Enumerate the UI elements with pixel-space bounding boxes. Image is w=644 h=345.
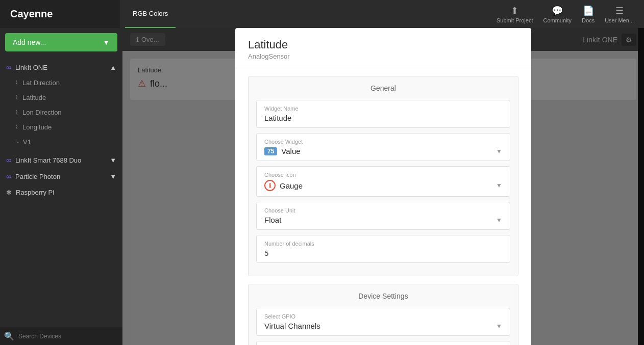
sidebar-device-linkit-smart[interactable]: ∞ LinkIt Smart 7688 Duo ▼ (0, 152, 122, 168)
community-icon: 💬 (552, 5, 563, 16)
add-new-button[interactable]: Add new... ▼ (5, 33, 117, 51)
sidebar-item-lon-direction[interactable]: ⌇ Lon Direction (0, 105, 122, 120)
chevron-down-icon: ▼ (103, 38, 110, 46)
choose-icon-value: Gauge (280, 181, 303, 190)
choose-widget-value: Value (281, 147, 300, 155)
choose-widget-field[interactable]: Choose Widget 75 Value ▼ (256, 133, 510, 161)
select-channel-field[interactable]: Select Channel Select Channel ▼ (256, 341, 510, 345)
chevron-down-icon-widget: ▼ (496, 148, 502, 155)
wave-icon-2: ⌇ (15, 94, 18, 101)
brand-logo: Cayenne (0, 0, 120, 28)
chevron-up-icon: ▲ (110, 64, 116, 71)
general-section-title: General (256, 84, 510, 92)
chain-icon: ∞ (6, 63, 11, 71)
gauge-icon: ℹ (264, 180, 276, 191)
choose-icon-field[interactable]: Choose Icon ℹ Gauge ▼ (256, 166, 510, 197)
device-settings-section: Device Settings Select GPIO Virtual Chan… (248, 284, 518, 345)
sidebar-item-v1[interactable]: ~ V1 (0, 135, 122, 149)
sidebar-search: 🔍 (0, 327, 122, 345)
submit-project-button[interactable]: ⬆ Submit Project (497, 5, 533, 23)
user-menu-button[interactable]: ☰ User Men... (605, 5, 634, 23)
sidebar-section-linkit-one: ∞ LinkIt ONE ▲ ⌇ Lat Direction ⌇ Latitud… (0, 57, 122, 152)
wave-icon-3: ⌇ (15, 109, 18, 116)
chevron-down-icon-icon: ▼ (496, 182, 502, 189)
widget-name-input[interactable] (264, 114, 502, 122)
modal-dialog: Latitude AnalogSensor General Widget Nam… (235, 28, 531, 345)
modal-overlay: Latitude AnalogSensor General Widget Nam… (122, 28, 644, 345)
chevron-down-icon-2: ▼ (110, 156, 116, 164)
choose-icon-label: Choose Icon (264, 172, 502, 178)
wave-icon-4: ⌇ (15, 124, 18, 131)
select-gpio-label: Select GPIO (264, 313, 502, 320)
search-icon: 🔍 (4, 331, 14, 341)
brand-name: Cayenne (10, 8, 53, 20)
sidebar: Add new... ▼ ∞ LinkIt ONE ▲ ⌇ Lat Direct… (0, 28, 122, 345)
signal-icon: ~ (15, 139, 19, 146)
select-gpio-value: Virtual Channels (264, 322, 320, 330)
upload-icon: ⬆ (511, 5, 518, 16)
modal-subtitle: AnalogSensor (248, 52, 518, 60)
top-nav: Cayenne RGB Colors ⬆ Submit Project 💬 Co… (0, 0, 644, 28)
sidebar-device-linkit-one[interactable]: ∞ LinkIt ONE ▲ (0, 59, 122, 75)
sidebar-device-raspberry-pi[interactable]: ✱ Raspberry Pi (0, 184, 122, 200)
sidebar-item-lat-direction[interactable]: ⌇ Lat Direction (0, 75, 122, 90)
choose-unit-label: Choose Unit (264, 207, 502, 214)
modal-title: Latitude (248, 38, 518, 51)
nav-right: ⬆ Submit Project 💬 Community 📄 Docs ☰ Us… (497, 5, 644, 23)
widget-name-field: Widget Name (256, 100, 510, 128)
widget-badge: 75 (264, 147, 277, 155)
modal-body: General Widget Name Choose Widget 75 Val… (235, 68, 531, 345)
sidebar-item-longitude[interactable]: ⌇ Longitude (0, 120, 122, 135)
chevron-down-icon-3: ▼ (110, 173, 116, 180)
nav-tab-rgb-colors[interactable]: RGB Colors (125, 0, 176, 28)
chain-icon-2: ∞ (6, 156, 11, 164)
sidebar-device-particle-photon[interactable]: ∞ Particle Photon ▼ (0, 168, 122, 184)
decimals-label: Number of decimals (264, 241, 502, 247)
chevron-down-icon-unit: ▼ (496, 217, 502, 224)
decimals-input[interactable] (264, 249, 502, 257)
general-section: General Widget Name Choose Widget 75 Val… (248, 76, 518, 276)
device-section-title: Device Settings (256, 292, 510, 300)
raspberry-icon: ✱ (6, 189, 12, 196)
chevron-down-icon-gpio: ▼ (496, 323, 502, 330)
sidebar-item-latitude[interactable]: ⌇ Latitude (0, 90, 122, 105)
nav-tabs: RGB Colors (120, 0, 497, 28)
wave-icon: ⌇ (15, 79, 18, 87)
choose-unit-field[interactable]: Choose Unit Float ▼ (256, 202, 510, 230)
search-input[interactable] (18, 333, 118, 340)
menu-icon: ☰ (615, 5, 624, 16)
decimals-field: Number of decimals (256, 235, 510, 263)
community-button[interactable]: 💬 Community (543, 5, 572, 23)
select-gpio-field[interactable]: Select GPIO Virtual Channels ▼ (256, 308, 510, 336)
choose-unit-value: Float (264, 216, 281, 224)
chain-icon-3: ∞ (6, 172, 11, 180)
docs-button[interactable]: 📄 Docs (582, 5, 595, 23)
modal-header: Latitude AnalogSensor (235, 28, 531, 68)
docs-icon: 📄 (583, 5, 594, 16)
widget-name-label: Widget Name (264, 105, 502, 112)
choose-widget-label: Choose Widget (264, 139, 502, 145)
